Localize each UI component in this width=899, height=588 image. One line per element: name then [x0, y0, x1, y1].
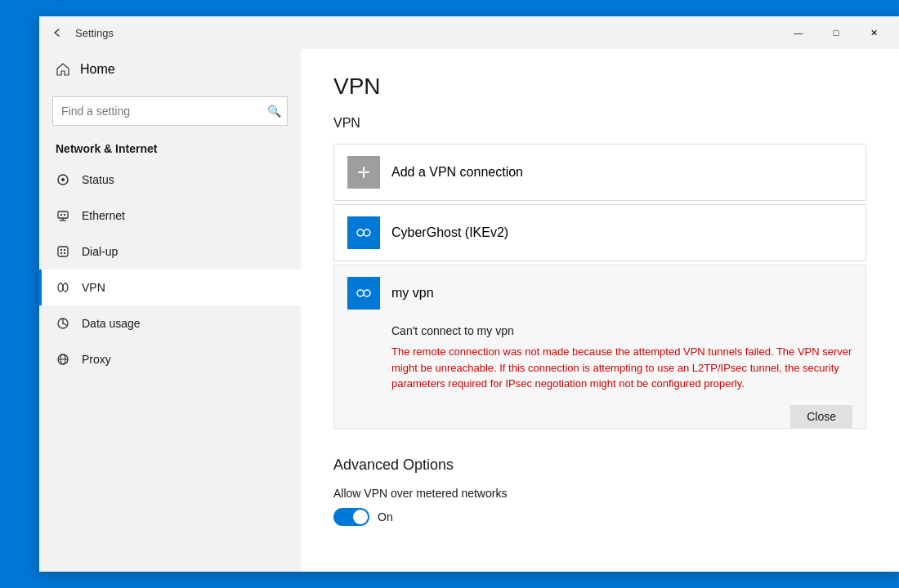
svg-rect-5	[60, 214, 62, 216]
svg-point-23	[364, 290, 370, 296]
home-icon	[56, 62, 70, 77]
title-bar-left: Settings	[46, 21, 780, 44]
minimize-button[interactable]: —	[780, 16, 817, 49]
proxy-icon	[56, 352, 70, 367]
vpn-error-text: The remote connection was not made becau…	[391, 344, 852, 392]
window-title: Settings	[75, 27, 114, 39]
sidebar-item-data-usage[interactable]: Data usage	[39, 305, 301, 341]
sidebar-item-dialup[interactable]: Dial-up	[39, 234, 301, 270]
vpn-error-title: Can't connect to my vpn	[391, 324, 852, 337]
content-area: Home 🔍 Network & Internet Status	[39, 49, 899, 572]
cyberghost-name: CyberGhost (IKEv2)	[391, 225, 508, 240]
sidebar-item-label: Proxy	[82, 353, 111, 366]
svg-point-20	[357, 229, 364, 236]
vpn-close-button[interactable]: Close	[790, 405, 852, 428]
myvpn-body: Can't connect to my vpn The remote conne…	[334, 321, 865, 418]
search-box: 🔍	[52, 96, 288, 126]
vpn-list: Add a VPN connection CyberGhost (IKEv2)	[333, 144, 866, 432]
sidebar-home[interactable]: Home	[39, 49, 301, 90]
svg-rect-6	[64, 214, 65, 216]
ethernet-icon	[56, 208, 70, 223]
myvpn-logo	[347, 277, 380, 310]
sidebar-item-vpn[interactable]: VPN	[39, 270, 301, 305]
status-icon	[56, 172, 70, 187]
svg-point-21	[364, 229, 370, 236]
sidebar-item-ethernet[interactable]: Ethernet	[39, 198, 301, 234]
sidebar: Home 🔍 Network & Internet Status	[39, 49, 301, 572]
advanced-options-title: Advanced Options	[333, 457, 866, 474]
vpn-icon	[56, 280, 70, 295]
svg-rect-9	[64, 249, 65, 251]
sidebar-item-label: Data usage	[82, 317, 141, 330]
svg-point-1	[61, 178, 65, 181]
svg-point-22	[357, 290, 364, 296]
vpn-metered-label: Allow VPN over metered networks	[333, 487, 866, 500]
settings-window: Settings — □ ✕ Home 🔍 Network &	[39, 16, 899, 572]
data-usage-icon	[56, 316, 70, 331]
svg-rect-7	[58, 247, 68, 256]
svg-point-13	[63, 283, 68, 292]
dialup-icon	[56, 244, 70, 259]
title-bar: Settings — □ ✕	[39, 16, 899, 49]
add-vpn-item[interactable]: Add a VPN connection	[333, 144, 866, 201]
main-content: VPN VPN Add a VPN connection	[301, 49, 899, 572]
myvpn-header[interactable]: my vpn	[334, 265, 865, 321]
page-title: VPN	[333, 74, 866, 100]
myvpn-item: my vpn Can't connect to my vpn The remot…	[333, 265, 866, 429]
sidebar-section-title: Network & Internet	[39, 139, 301, 162]
svg-rect-8	[60, 249, 62, 251]
close-button[interactable]: ✕	[855, 16, 892, 49]
back-button[interactable]	[46, 21, 69, 44]
sidebar-item-label: Dial-up	[82, 245, 118, 258]
svg-point-12	[58, 283, 63, 292]
advanced-options-section: Advanced Options Allow VPN over metered …	[333, 457, 866, 526]
sidebar-item-label: Ethernet	[82, 209, 125, 222]
sidebar-item-status[interactable]: Status	[39, 162, 301, 198]
vpn-metered-toggle[interactable]	[333, 508, 369, 526]
vpn-metered-toggle-label: On	[378, 510, 393, 523]
home-label: Home	[80, 62, 115, 77]
cyberghost-vpn-item[interactable]: CyberGhost (IKEv2)	[333, 204, 866, 261]
svg-rect-11	[64, 252, 65, 254]
search-input[interactable]	[52, 96, 288, 126]
sidebar-item-proxy[interactable]: Proxy	[39, 341, 301, 377]
add-vpn-icon	[347, 156, 380, 189]
sidebar-item-label: VPN	[82, 281, 105, 294]
window-controls: — □ ✕	[780, 16, 892, 49]
svg-rect-10	[60, 252, 62, 254]
sidebar-item-label: Status	[82, 173, 114, 186]
add-vpn-label: Add a VPN connection	[391, 165, 523, 180]
svg-rect-2	[58, 212, 68, 218]
cyberghost-logo	[347, 216, 380, 249]
vpn-metered-toggle-row: On	[333, 508, 866, 526]
maximize-button[interactable]: □	[817, 16, 855, 49]
vpn-section-title: VPN	[333, 116, 866, 131]
search-icon: 🔍	[267, 105, 281, 118]
myvpn-name: my vpn	[391, 286, 434, 301]
